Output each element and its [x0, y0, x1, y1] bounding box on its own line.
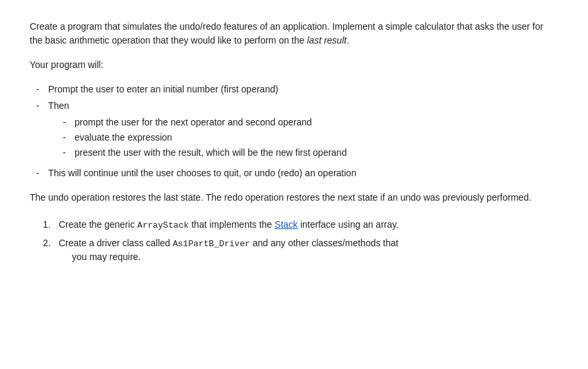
bullet-1: -	[30, 83, 48, 96]
ordered-item-1-before: Create the generic	[59, 219, 137, 230]
intro-text-after-italic: .	[346, 35, 349, 46]
outer-list: - Prompt the user to enter an initial nu…	[30, 83, 558, 180]
inner-list: - prompt the user for the next operator …	[30, 116, 558, 161]
driver-code: As1PartB_Driver	[173, 239, 250, 249]
list-item-2: - Then - prompt the user for the next op…	[30, 99, 558, 164]
ordered-item-1-middle: that implements the	[189, 219, 275, 230]
ordered-num-1: 1.	[43, 218, 59, 232]
undo-paragraph: The undo operation restores the last sta…	[30, 191, 558, 205]
list-item-3: - This will continue until the user choo…	[30, 166, 558, 180]
intro-italic-text: last result	[307, 35, 346, 46]
ordered-item-1-content: Create the generic ArrayStack that imple…	[59, 218, 558, 232]
inner-bullet-3: -	[56, 146, 75, 160]
intro-paragraph-1: Create a program that simulates the undo…	[30, 20, 558, 48]
ordered-item-1: 1. Create the generic ArrayStack that im…	[30, 218, 558, 232]
list-item-2-text: Then	[48, 99, 558, 113]
inner-list-item-2-text: evaluate the expression	[75, 131, 558, 145]
inner-list-item-1-text: prompt the user for the next operator an…	[75, 116, 558, 129]
ordered-item-2-before: Create a driver class called	[59, 238, 173, 248]
program-will-heading: Your program will:	[30, 58, 558, 72]
list-item-3-text: This will continue until the user choose…	[48, 166, 558, 180]
ordered-item-2-after: and any other classes/methods that	[250, 238, 399, 248]
inner-list-item-3-text: present the user with the result, which …	[75, 146, 558, 160]
ordered-item-2-content: Create a driver class called As1PartB_Dr…	[59, 236, 558, 251]
inner-list-item-2: - evaluate the expression	[30, 131, 558, 145]
ordered-num-2: 2.	[43, 236, 59, 251]
ordered-list: 1. Create the generic ArrayStack that im…	[30, 218, 558, 264]
list-item-1: - Prompt the user to enter an initial nu…	[30, 83, 558, 96]
inner-bullet-2: -	[56, 131, 75, 145]
inner-list-item-3: - present the user with the result, whic…	[30, 146, 558, 160]
ordered-item-2-continuation: you may require.	[43, 250, 558, 264]
ordered-item-2: 2. Create a driver class called As1PartB…	[30, 236, 558, 265]
inner-bullet-1: -	[56, 116, 75, 129]
bullet-2: -	[30, 99, 48, 113]
list-item-1-text: Prompt the user to enter an initial numb…	[48, 83, 558, 96]
arraystack-code: ArrayStack	[137, 220, 189, 230]
bullet-3: -	[30, 166, 48, 180]
inner-list-item-1: - prompt the user for the next operator …	[30, 116, 558, 129]
stack-link[interactable]: Stack	[275, 219, 298, 230]
intro-text-before-italic: Create a program that simulates the undo…	[30, 21, 543, 46]
undo-text: The undo operation restores the last sta…	[30, 192, 531, 203]
ordered-item-1-after: interface using an array.	[298, 219, 399, 230]
